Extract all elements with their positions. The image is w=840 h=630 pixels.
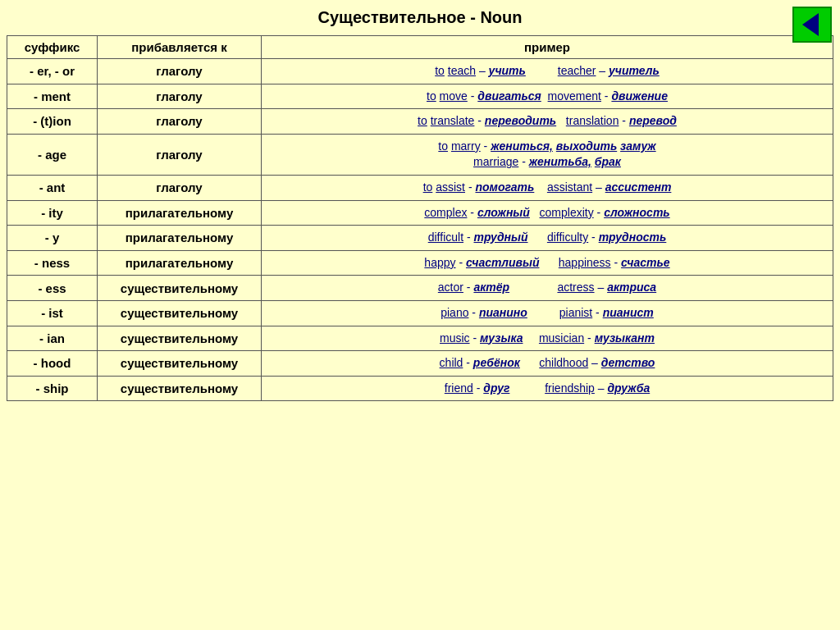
- example-cell: complex - сложный complexity - сложность: [262, 200, 833, 226]
- example-cell: piano - пианино pianist - пианист: [262, 300, 833, 326]
- suffix-cell: - ian: [7, 326, 98, 351]
- header-added: прибавляется к: [98, 36, 262, 59]
- header-example: пример: [262, 36, 833, 59]
- added-to-cell: глаголу: [98, 84, 262, 109]
- added-to-cell: существительному: [98, 276, 262, 301]
- back-button[interactable]: [792, 7, 832, 43]
- table-row: - essсуществительномуactor - актёр actre…: [7, 276, 833, 301]
- example-cell: friend - друг friendship – дружба: [262, 376, 833, 401]
- page-title: Существительное - Noun: [7, 8, 833, 27]
- table-row: - er, - orглаголуto teach – учить teache…: [7, 59, 833, 84]
- back-arrow-icon: [802, 13, 819, 36]
- example-cell: happy - счастливый happiness - счастье: [262, 250, 833, 276]
- suffix-cell: - ness: [7, 250, 98, 276]
- added-to-cell: глаголу: [98, 59, 262, 84]
- table-row: - antглаголуto assist - помогать assista…: [7, 175, 833, 200]
- added-to-cell: прилагательному: [98, 226, 262, 251]
- example-cell: difficult - трудный difficulty - труднос…: [262, 226, 833, 251]
- table-row: - ityприлагательномуcomplex - сложный co…: [7, 200, 833, 226]
- suffix-cell: - ment: [7, 84, 98, 109]
- suffix-cell: - (t)ion: [7, 109, 98, 135]
- example-cell: music - музыка musician - музыкант: [262, 326, 833, 351]
- table-row: - yприлагательномуdifficult - трудный di…: [7, 226, 833, 251]
- added-to-cell: прилагательному: [98, 250, 262, 276]
- table-row: - istсуществительномуpiano - пианино pia…: [7, 300, 833, 326]
- table-row: - mentглаголуto move - двигаться movemen…: [7, 84, 833, 109]
- example-cell: to marry - жениться, выходить замужmarri…: [262, 134, 833, 175]
- suffix-cell: - hood: [7, 351, 98, 377]
- added-to-cell: существительному: [98, 376, 262, 401]
- suffix-cell: - ant: [7, 175, 98, 200]
- table-row: - (t)ionглаголуto translate - переводить…: [7, 109, 833, 135]
- suffix-cell: - ist: [7, 300, 98, 326]
- header-suffix: суффикс: [7, 36, 98, 59]
- example-cell: to teach – учить teacher – учитель: [262, 59, 833, 84]
- suffix-cell: - er, - or: [7, 59, 98, 84]
- added-to-cell: глаголу: [98, 175, 262, 200]
- added-to-cell: существительному: [98, 300, 262, 326]
- example-cell: actor - актёр actress – актриса: [262, 276, 833, 301]
- example-cell: to translate - переводить translation - …: [262, 109, 833, 135]
- noun-suffixes-table: суффикс прибавляется к пример - er, - or…: [7, 35, 833, 401]
- suffix-cell: - ship: [7, 376, 98, 401]
- suffix-cell: - y: [7, 226, 98, 251]
- table-row: - ageглаголуto marry - жениться, выходит…: [7, 134, 833, 175]
- table-row: - shipсуществительномуfriend - друг frie…: [7, 376, 833, 401]
- suffix-cell: - ity: [7, 200, 98, 226]
- table-row: - ianсуществительномуmusic - музыка musi…: [7, 326, 833, 351]
- added-to-cell: глаголу: [98, 134, 262, 175]
- added-to-cell: существительному: [98, 351, 262, 377]
- added-to-cell: существительному: [98, 326, 262, 351]
- page-container: Существительное - Noun суффикс прибавляе…: [0, 0, 840, 630]
- added-to-cell: глаголу: [98, 109, 262, 135]
- added-to-cell: прилагательному: [98, 200, 262, 226]
- suffix-cell: - ess: [7, 276, 98, 301]
- table-row: - nessприлагательномуhappy - счастливый …: [7, 250, 833, 276]
- example-cell: to move - двигаться movement - движение: [262, 84, 833, 109]
- table-row: - hoodсуществительномуchild - ребёнок ch…: [7, 351, 833, 377]
- table-header-row: суффикс прибавляется к пример: [7, 36, 833, 59]
- suffix-cell: - age: [7, 134, 98, 175]
- example-cell: child - ребёнок childhood – детство: [262, 351, 833, 377]
- example-cell: to assist - помогать assistant – ассисте…: [262, 175, 833, 200]
